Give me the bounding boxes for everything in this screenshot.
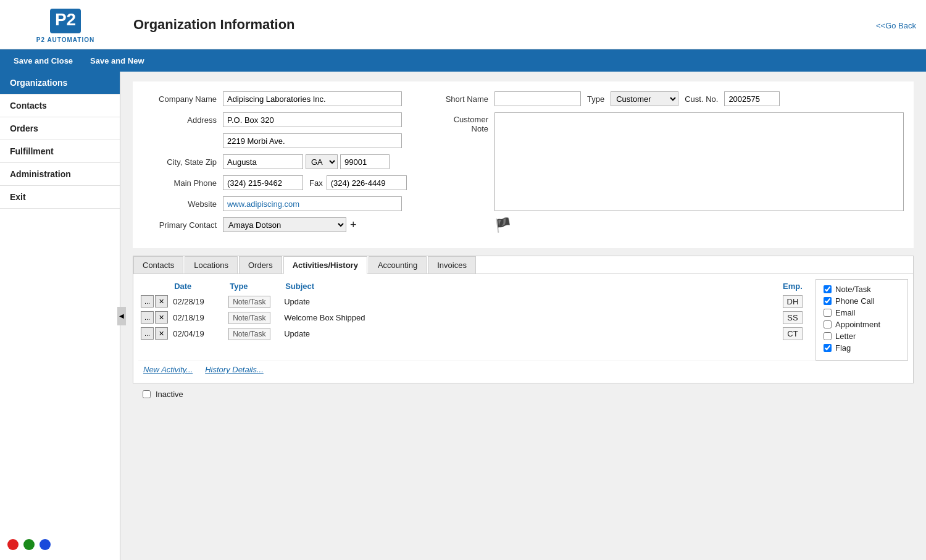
col-date-header: Date: [170, 279, 226, 293]
col-type-header: Type: [226, 279, 282, 293]
customer-note-row: Customer Note: [439, 112, 904, 211]
table-row: ... ✕ 02/18/19 Note/Task Welcome Box Shi…: [138, 309, 808, 325]
add-contact-icon[interactable]: +: [350, 219, 357, 232]
city-state-zip-group: GA AL FL: [223, 154, 390, 169]
svg-text:P2: P2: [55, 10, 76, 29]
save-new-button[interactable]: Save and New: [81, 52, 152, 69]
fax-label: Fax: [309, 178, 323, 188]
flag-icon[interactable]: 🏴: [494, 217, 511, 233]
filter-label-appointment: Appointment: [835, 320, 880, 329]
form-columns: Company Name Address City, State Zip: [143, 91, 904, 238]
row-controls: ... ✕: [138, 293, 170, 309]
tabs-section: Contacts Locations Orders Activities/His…: [133, 256, 914, 383]
row-type: Note/Task: [226, 325, 282, 341]
city-input[interactable]: [223, 154, 303, 169]
primary-contact-select[interactable]: Amaya Dotson: [223, 217, 346, 232]
toolbar: Save and Close Save and New: [0, 49, 926, 72]
row-date: 02/28/19: [170, 293, 226, 309]
row-delete-button[interactable]: ✕: [155, 311, 168, 324]
customer-note-textarea[interactable]: [494, 112, 904, 211]
filter-checkbox-email[interactable]: [824, 309, 832, 317]
page-title: Organization Information: [133, 17, 295, 32]
state-select[interactable]: GA AL FL: [306, 154, 338, 169]
phone-fax-group: Fax: [223, 175, 407, 190]
cust-no-label: Cust. No.: [685, 94, 718, 104]
tab-accounting[interactable]: Accounting: [369, 256, 427, 274]
city-state-zip-label: City, State Zip: [143, 157, 223, 167]
sidebar-item-organizations[interactable]: Organizations: [0, 72, 120, 94]
tab-orders[interactable]: Orders: [239, 256, 282, 274]
tab-with-filter: Date Type Subject Emp. ... ✕ 02/28/19: [138, 279, 908, 361]
row-date: 02/04/19: [170, 325, 226, 341]
sidebar-item-contacts[interactable]: Contacts: [0, 94, 120, 117]
filter-checkbox-appointment[interactable]: [824, 320, 832, 328]
cust-no-input[interactable]: [724, 91, 780, 106]
logo-area: P2 P2 AUTOMATION: [10, 6, 121, 43]
table-row: ... ✕ 02/04/19 Note/Task Update CT: [138, 325, 808, 341]
company-name-input[interactable]: [223, 91, 402, 106]
logo-text: P2 AUTOMATION: [36, 36, 94, 43]
sidebar-item-exit[interactable]: Exit: [0, 186, 120, 209]
history-details-link[interactable]: History Details...: [205, 365, 264, 374]
dot-0[interactable]: [7, 539, 19, 550]
inactive-row: Inactive: [133, 383, 914, 399]
filter-appointment: Appointment: [824, 320, 900, 329]
col-controls-header: [138, 279, 170, 293]
filter-letter: Letter: [824, 332, 900, 341]
save-close-button[interactable]: Save and Close: [5, 52, 81, 69]
company-name-row: Company Name: [143, 91, 427, 106]
filter-checkbox-flag[interactable]: [824, 344, 832, 352]
address1-input[interactable]: [223, 112, 402, 127]
filter-label-phone_call: Phone Call: [835, 296, 875, 306]
flag-row: 🏴: [439, 217, 904, 233]
short-name-label: Short Name: [439, 94, 494, 104]
sidebar-item-fulfillment[interactable]: Fulfillment: [0, 140, 120, 163]
content-area: Company Name Address City, State Zip: [120, 72, 926, 560]
filter-checkbox-phone_call[interactable]: [824, 297, 832, 305]
zip-input[interactable]: [340, 154, 390, 169]
sidebar: ◀ Organizations Contacts Orders Fulfillm…: [0, 72, 120, 560]
tab-contacts[interactable]: Contacts: [133, 256, 183, 274]
row-emp: SS: [777, 309, 808, 325]
tab-locations[interactable]: Locations: [185, 256, 238, 274]
website-row: Website: [143, 196, 427, 211]
row-controls: ... ✕: [138, 309, 170, 325]
row-date: 02/18/19: [170, 309, 226, 325]
sidebar-toggle[interactable]: ◀: [117, 307, 126, 325]
row-edit-button[interactable]: ...: [141, 295, 154, 307]
filter-checkbox-letter[interactable]: [824, 332, 832, 340]
row-delete-button[interactable]: ✕: [155, 295, 168, 307]
activity-area: Date Type Subject Emp. ... ✕ 02/28/19: [138, 279, 808, 361]
filter-note_task: Note/Task: [824, 285, 900, 294]
dot-2[interactable]: [40, 539, 51, 550]
sidebar-item-orders[interactable]: Orders: [0, 117, 120, 140]
short-name-input[interactable]: [494, 91, 581, 106]
filter-email: Email: [824, 308, 900, 317]
website-input[interactable]: [223, 196, 402, 211]
activity-table: Date Type Subject Emp. ... ✕ 02/28/19: [138, 279, 808, 341]
tab-invoices[interactable]: Invoices: [428, 256, 476, 274]
tab-bar: Contacts Locations Orders Activities/His…: [133, 256, 913, 274]
website-label: Website: [143, 199, 223, 209]
tab-activities[interactable]: Activities/History: [283, 256, 367, 274]
address2-input[interactable]: [223, 133, 402, 148]
inactive-checkbox[interactable]: [143, 390, 151, 398]
dot-1[interactable]: [23, 539, 35, 550]
form-left-col: Company Name Address City, State Zip: [143, 91, 427, 238]
new-activity-link[interactable]: New Activity...: [143, 365, 193, 374]
row-edit-button[interactable]: ...: [141, 311, 154, 324]
type-select[interactable]: Customer Vendor Prospect: [611, 91, 678, 106]
fax-input[interactable]: [327, 175, 407, 190]
sidebar-item-administration[interactable]: Administration: [0, 163, 120, 186]
main-phone-input[interactable]: [223, 175, 303, 190]
customer-note-label: Customer Note: [439, 112, 494, 133]
row-subject: Welcome Box Shipped: [282, 309, 777, 325]
tab-footer: New Activity... History Details...: [138, 361, 908, 378]
row-delete-button[interactable]: ✕: [155, 327, 168, 340]
filter-checkbox-note_task[interactable]: [824, 285, 832, 293]
row-subject: Update: [282, 325, 777, 341]
go-back-link[interactable]: <<Go Back: [876, 21, 916, 30]
table-row: ... ✕ 02/28/19 Note/Task Update DH: [138, 293, 808, 309]
row-edit-button[interactable]: ...: [141, 327, 154, 340]
filter-label-email: Email: [835, 308, 856, 317]
